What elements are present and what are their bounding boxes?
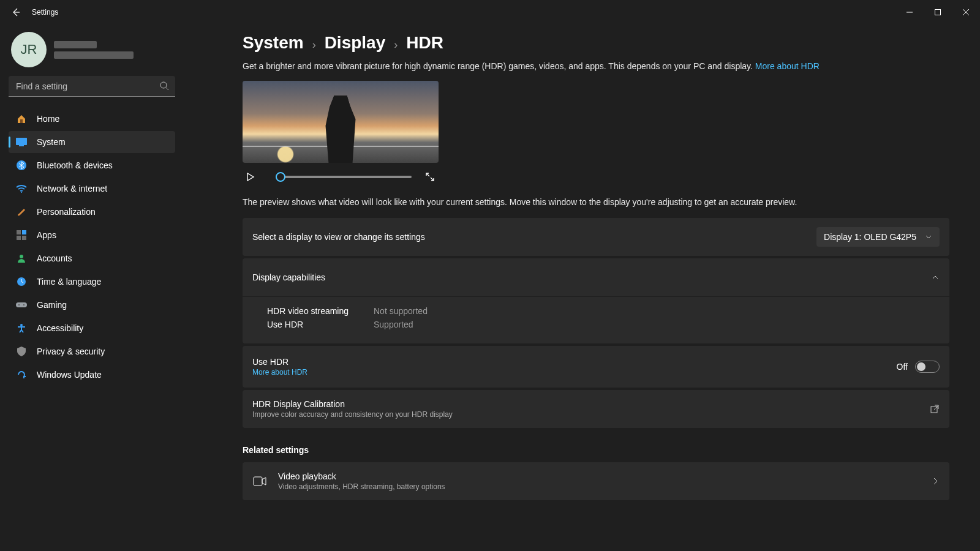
- capability-row: Use HDRSupported: [267, 318, 940, 331]
- svg-point-16: [20, 324, 23, 326]
- nav-apps[interactable]: Apps: [9, 224, 175, 246]
- svg-point-15: [23, 304, 24, 305]
- nav-network[interactable]: Network & internet: [9, 178, 175, 200]
- breadcrumb-display[interactable]: Display: [325, 33, 386, 53]
- svg-point-1: [160, 82, 167, 88]
- svg-rect-7: [17, 230, 21, 234]
- nav-home[interactable]: Home: [9, 108, 175, 130]
- wifi-icon: [16, 184, 27, 193]
- open-external-icon: [930, 404, 940, 414]
- avatar-initials: JR: [21, 42, 37, 58]
- svg-rect-2: [20, 119, 23, 123]
- nav-label: Network & internet: [37, 184, 107, 193]
- maximize-button[interactable]: [924, 0, 952, 24]
- breadcrumb-system[interactable]: System: [243, 33, 304, 53]
- capabilities-title: Display capabilities: [252, 272, 325, 282]
- clock-icon: [16, 277, 27, 287]
- nav-time[interactable]: Time & language: [9, 271, 175, 293]
- nav-label: Bluetooth & devices: [37, 160, 113, 170]
- search-input[interactable]: [9, 76, 175, 97]
- capability-val: Not supported: [374, 306, 428, 316]
- toggle-switch[interactable]: [915, 361, 940, 373]
- redacted-email: [54, 51, 134, 59]
- nav-label: Home: [37, 114, 59, 124]
- display-dropdown[interactable]: Display 1: OLED G42P5: [816, 227, 940, 247]
- seek-slider[interactable]: [276, 176, 412, 178]
- more-about-hdr-link[interactable]: More about HDR: [755, 61, 820, 71]
- nav-label: Time & language: [37, 277, 101, 287]
- shield-icon: [16, 347, 27, 356]
- nav-privacy[interactable]: Privacy & security: [9, 340, 175, 362]
- capabilities-header[interactable]: Display capabilities: [243, 258, 949, 296]
- user-block[interactable]: JR: [9, 32, 175, 67]
- avatar: JR: [11, 32, 47, 67]
- update-icon: [16, 370, 27, 380]
- video-playback-sub: Video adjustments, HDR streaming, batter…: [278, 482, 445, 491]
- close-button[interactable]: [952, 0, 980, 24]
- search-box[interactable]: [9, 76, 175, 97]
- seek-thumb[interactable]: [276, 172, 285, 182]
- person-icon: [16, 253, 27, 263]
- nav: Home System Bluetooth & devices Network …: [9, 108, 175, 386]
- svg-point-6: [21, 192, 22, 193]
- chevron-right-icon: [931, 477, 940, 485]
- nav-label: Windows Update: [37, 370, 102, 380]
- nav-gaming[interactable]: Gaming: [9, 294, 175, 316]
- calibration-sub: Improve color accuracy and consistency o…: [252, 410, 453, 419]
- play-button[interactable]: [246, 171, 257, 182]
- video-playback-card[interactable]: Video playback Video adjustments, HDR st…: [243, 462, 949, 500]
- breadcrumb-current: HDR: [406, 33, 443, 53]
- chevron-right-icon: ›: [312, 39, 316, 51]
- sidebar: JR Home System Bluetooth & devices Netwo…: [0, 24, 184, 551]
- video-playback-title: Video playback: [278, 471, 445, 481]
- apps-icon: [16, 230, 27, 240]
- minimize-button[interactable]: [895, 0, 924, 24]
- nav-bluetooth[interactable]: Bluetooth & devices: [9, 154, 175, 176]
- related-settings-heading: Related settings: [243, 445, 949, 455]
- capability-row: HDR video streamingNot supported: [267, 304, 940, 318]
- display-capabilities-card: Display capabilities HDR video streaming…: [243, 258, 949, 343]
- nav-personalization[interactable]: Personalization: [9, 201, 175, 223]
- calibration-title: HDR Display Calibration: [252, 399, 453, 409]
- breadcrumb: System › Display › HDR: [243, 33, 949, 53]
- svg-rect-18: [254, 477, 262, 485]
- svg-rect-3: [16, 138, 27, 145]
- use-hdr-link[interactable]: More about HDR: [252, 368, 307, 377]
- gamepad-icon: [16, 301, 27, 309]
- toggle-state: Off: [897, 362, 908, 372]
- svg-rect-8: [22, 230, 26, 234]
- accessibility-icon: [16, 323, 27, 333]
- main-content: System › Display › HDR Get a brighter an…: [184, 24, 980, 551]
- chevron-up-icon: [931, 273, 940, 282]
- fullscreen-button[interactable]: [425, 172, 435, 182]
- intro-body: Get a brighter and more vibrant picture …: [243, 61, 755, 71]
- svg-rect-4: [19, 145, 24, 146]
- search-icon: [159, 81, 169, 91]
- nav-label: Gaming: [37, 300, 67, 310]
- use-hdr-card: Use HDR More about HDR Off: [243, 346, 949, 388]
- svg-rect-9: [17, 236, 21, 240]
- hdr-calibration-card[interactable]: HDR Display Calibration Improve color ac…: [243, 390, 949, 428]
- capability-val: Supported: [374, 320, 413, 329]
- titlebar: Settings: [0, 0, 980, 24]
- nav-accessibility[interactable]: Accessibility: [9, 317, 175, 339]
- select-display-card: Select a display to view or change its s…: [243, 218, 949, 256]
- nav-label: Accessibility: [37, 323, 83, 333]
- app-title: Settings: [32, 8, 58, 17]
- system-icon: [16, 138, 27, 146]
- use-hdr-toggle[interactable]: Off: [897, 361, 940, 373]
- user-name: [54, 41, 134, 59]
- select-display-label: Select a display to view or change its s…: [252, 232, 425, 242]
- chevron-down-icon: [925, 233, 932, 241]
- back-button[interactable]: [5, 7, 27, 17]
- capability-key: Use HDR: [267, 320, 359, 329]
- nav-accounts[interactable]: Accounts: [9, 247, 175, 269]
- nav-update[interactable]: Windows Update: [9, 364, 175, 386]
- nav-system[interactable]: System: [9, 131, 175, 153]
- window-controls: [895, 0, 980, 24]
- redacted-name: [54, 41, 97, 48]
- brush-icon: [16, 207, 27, 217]
- capabilities-body: HDR video streamingNot supported Use HDR…: [243, 297, 949, 343]
- preview-player: [243, 163, 439, 185]
- capability-key: HDR video streaming: [267, 306, 359, 316]
